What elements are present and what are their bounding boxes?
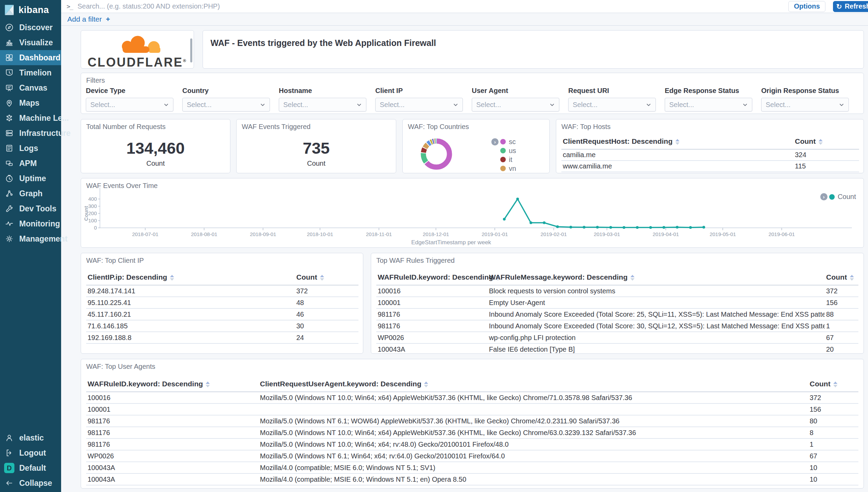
data-point[interactable] [649,226,652,229]
sidebar-item-logs[interactable]: Logs [0,141,61,156]
events-line-chart[interactable]: 01002003004002018-07-012018-08-012018-09… [81,178,864,248]
data-point[interactable] [689,226,692,229]
table-row[interactable]: 981176Mozilla/5.0 (Windows NT 10.0; Win6… [86,427,858,438]
table-row[interactable]: www.camilia.me115 [561,161,859,172]
sidebar-item-timelion[interactable]: Timelion [0,65,61,80]
data-point[interactable] [623,226,625,229]
table-row[interactable]: WP0026wp-config.php LFI protection67 [376,332,858,343]
add-filter-link[interactable]: Add a filter + [67,15,110,23]
column-header[interactable]: Count [793,135,859,149]
table-row[interactable]: 100001Empty User-Agent156 [376,297,858,308]
data-point[interactable] [676,226,678,229]
panel-scrollbar[interactable] [190,38,192,62]
kibana-logo[interactable]: kibana [0,0,61,20]
filter-select[interactable]: Select... [472,98,559,112]
table-row[interactable]: 100016Block requests to version control … [376,285,858,297]
table-row[interactable]: 192.169.188.824 [86,332,358,343]
table-cell: 10 [808,462,858,473]
data-point[interactable] [529,221,532,224]
options-button[interactable]: Options [788,1,825,12]
table-row[interactable]: 100001156 [86,403,858,415]
sort-icon[interactable] [675,139,679,145]
legend-item-sc[interactable]: ›sc [491,137,516,146]
table-row[interactable]: 71.6.146.18530 [86,320,358,332]
sidebar-item-graph[interactable]: Graph [0,186,61,201]
sidebar-item-canvas[interactable]: Canvas [0,80,61,95]
table-row[interactable]: WP0026Mozilla/5.0 (Windows NT 6.1; Win64… [86,450,858,462]
legend-expand-icon[interactable]: › [820,193,827,200]
column-header[interactable]: ClientRequestHost: Descending [561,135,793,149]
column-header[interactable]: WAFRuleID.keyword: Descending [86,378,259,392]
sidebar-item-user[interactable]: elastic [0,430,61,445]
sidebar-item-machine-learning[interactable]: Machine Le... [0,110,61,126]
search-input[interactable] [78,2,788,10]
sidebar-item-uptime[interactable]: Uptime [0,171,61,186]
filter-select[interactable]: Select... [665,98,752,112]
table-cell: 1 [808,438,858,450]
column-header[interactable]: Count [295,271,358,285]
data-point[interactable] [543,221,546,224]
column-header[interactable]: Count [808,378,858,392]
table-row[interactable]: 981176Mozilla/5.0 (Windows NT 6.1; WOW64… [86,415,858,427]
refresh-button[interactable]: ↻ Refresh [833,1,868,12]
sidebar-item-dev-tools[interactable]: Dev Tools [0,201,61,216]
sidebar-item-management[interactable]: Management [0,231,61,246]
legend-item-vn[interactable]: vn [491,164,516,173]
legend-item-it[interactable]: it [491,155,516,164]
sidebar-item-apm[interactable]: APM [0,156,61,171]
sidebar-item-monitoring[interactable]: Monitoring [0,216,61,231]
sidebar-item-infrastructure[interactable]: Infrastructure [0,126,61,141]
sidebar-item-maps[interactable]: Maps [0,95,61,110]
data-point[interactable] [596,226,599,229]
table-row[interactable]: 95.110.225.4148 [86,297,358,308]
table-row[interactable]: 981176Inbound Anomaly Score Exceeded (To… [376,308,858,320]
column-header[interactable]: WAFRuleID.keyword: Descending [376,271,488,285]
sidebar-item-dashboard[interactable]: Dashboard [0,50,61,65]
table-row[interactable]: 981176Mozilla/5.0 (Windows NT 10.0; Win6… [86,438,858,450]
sidebar-item-collapse[interactable]: Collapse [0,476,61,491]
data-point[interactable] [609,226,612,229]
filter-select[interactable]: Select... [568,98,656,112]
legend-item-us[interactable]: us [491,146,516,155]
legend-expand-icon[interactable]: › [491,138,499,145]
data-point[interactable] [516,198,519,200]
table-row[interactable]: camilia.me324 [561,149,859,161]
filter-select[interactable]: Select... [86,98,173,112]
sort-icon[interactable] [320,275,324,281]
legend-dot [500,166,506,171]
data-point[interactable] [636,226,639,229]
sort-icon[interactable] [819,139,823,145]
table-row[interactable]: 100043AMozilla/4.0 (compatible; MSIE 6.0… [86,462,858,473]
data-point[interactable] [569,226,572,229]
table-row[interactable]: 89.248.174.141372 [86,285,358,297]
sort-icon[interactable] [170,275,174,281]
table-row[interactable]: 45.117.160.2146 [86,308,358,320]
table-row[interactable]: 100043AFalse IE6 detection [Type B]20 [376,343,858,354]
sort-icon[interactable] [850,275,854,281]
data-point[interactable] [503,218,506,221]
sidebar-item-discover[interactable]: Discover [0,20,61,35]
column-header[interactable]: WAFRuleMessage.keyword: Descending [488,271,825,285]
filter-select[interactable]: Select... [761,98,849,112]
data-point[interactable] [663,226,665,229]
sort-icon[interactable] [833,382,837,387]
count-series-label[interactable]: Count [838,193,856,201]
sidebar-item-space-default[interactable]: DDefault [0,460,61,476]
sort-icon[interactable] [630,275,635,281]
sort-icon[interactable] [206,382,210,387]
filter-select[interactable]: Select... [375,98,463,112]
sort-icon[interactable] [424,382,428,387]
table-row[interactable]: 100016Mozilla/5.0 (Windows NT 10.0; Win6… [86,392,858,403]
table-row[interactable]: 981176Inbound Anomaly Score Exceeded (To… [376,320,858,332]
column-header[interactable]: ClientRequestUserAgent.keyword: Descendi… [259,378,808,392]
sidebar-item-visualize[interactable]: Visualize [0,35,61,50]
sidebar-item-logout[interactable]: Logout [0,445,61,460]
table-row[interactable]: 100043AMozilla/4.0 (compatible; MSIE 6.0… [86,473,858,485]
column-header[interactable]: ClientIP.ip: Descending [86,271,295,285]
column-header[interactable]: Count [825,271,858,285]
data-point[interactable] [583,226,585,229]
filter-select[interactable]: Select... [182,98,270,112]
filter-select[interactable]: Select... [279,98,366,112]
data-point[interactable] [703,226,705,229]
data-point[interactable] [556,225,559,228]
